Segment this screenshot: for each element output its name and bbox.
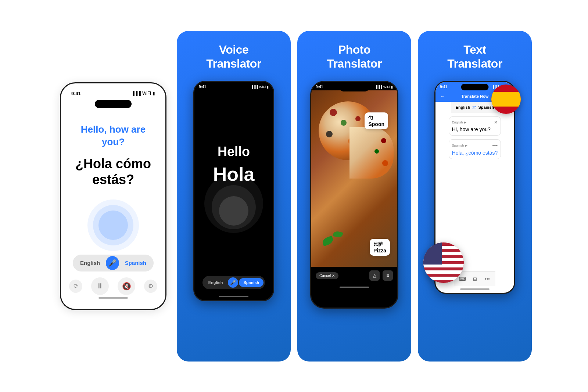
panel-plain-phone: 9:41 ▐▐▐ WiFi ▮ Hello, how are you? ¿Hol… xyxy=(56,31,170,362)
voice-status-icons: ▐▐▐ WiFi ▮ xyxy=(251,85,269,89)
history-icon[interactable]: ⟳ xyxy=(69,280,82,293)
lang-toggle-bar: English 🎤 Spanish xyxy=(73,255,154,271)
voice-status-bar: 9:41 ▐▐▐ WiFi ▮ xyxy=(194,82,273,90)
panel-voice: Voice Translator 9:41 ▐▐▐ WiFi ▮ Hello H… xyxy=(177,31,291,362)
mic-button[interactable]: 🎤 xyxy=(106,256,119,270)
voice-card-title: Voice Translator xyxy=(206,43,261,71)
voice-phone-frame: 9:41 ▐▐▐ WiFi ▮ Hello Hola xyxy=(193,81,274,301)
photo-wifi: WiFi xyxy=(383,85,390,89)
bottom-controls: ⟳ ⏸ 🔇 ⚙ xyxy=(69,277,157,295)
close-btn[interactable]: ✕ xyxy=(494,120,498,125)
english-box: English ▶ ✕ Hi, how are you? xyxy=(449,116,501,136)
settings-icon[interactable]: ⚙ xyxy=(144,280,157,293)
signal-icon: ▐▐▐ xyxy=(131,91,141,96)
voice-dynamic-island xyxy=(221,85,247,91)
photo-time: 9:41 xyxy=(316,85,323,89)
spain-flag-inner xyxy=(491,84,521,114)
panel-text: Text Translator 9:41 ▐▐▐ WiFi ▮ xyxy=(418,31,532,362)
swap-icon[interactable]: ⇄ xyxy=(472,105,476,110)
translation-text-area: Hello, how are you? ¿Hola cómo estás? xyxy=(68,115,158,196)
plain-time: 9:41 xyxy=(71,91,81,96)
photo-dynamic-island xyxy=(340,84,369,91)
spanish-box: Spanish ▶ ••• Hola, ¿cómo estás? xyxy=(449,139,501,159)
translated-text: Hola, ¿cómo estás? xyxy=(452,150,498,156)
text-time: 9:41 xyxy=(440,85,447,89)
text-dynamic-island xyxy=(461,84,489,90)
text-home-bar xyxy=(460,288,490,290)
pizza-slice xyxy=(349,127,394,179)
topping2 xyxy=(341,120,347,126)
us-stripe-5 xyxy=(423,270,464,273)
topping-s1 xyxy=(381,138,386,143)
topping-s2 xyxy=(374,149,379,154)
more-tb-icon[interactable]: ••• xyxy=(483,274,492,283)
pizza-en: Pizza xyxy=(373,248,386,253)
photo-scan-btn[interactable]: △ xyxy=(369,270,380,281)
photo-right-btns: △ ≡ xyxy=(369,270,393,281)
dynamic-island-plain xyxy=(95,100,132,108)
lang-spanish-btn[interactable]: Spanish xyxy=(119,257,152,269)
lang-english-btn[interactable]: English xyxy=(74,257,106,269)
photo-status-icons: ▐▐▐ WiFi ▮ xyxy=(375,85,393,89)
topping3 xyxy=(326,131,333,137)
topping1 xyxy=(330,109,337,116)
cancel-btn[interactable]: Cancel ✕ xyxy=(316,272,338,279)
spoon-zh: 勺 xyxy=(368,115,373,121)
photo-menu-btn[interactable]: ≡ xyxy=(383,270,393,281)
voice-circles xyxy=(204,196,263,233)
battery-icon: ▮ xyxy=(153,91,155,96)
play-icon-en[interactable]: ▶ xyxy=(464,121,466,124)
main-container: 9:41 ▐▐▐ WiFi ▮ Hello, how are you? ¿Hol… xyxy=(0,0,588,392)
circle-ring-3 xyxy=(98,211,128,240)
voice-lang-english[interactable]: English xyxy=(204,278,227,287)
tbox-spanish-header: Spanish ▶ ••• xyxy=(452,143,498,148)
plain-status-icons: ▐▐▐ WiFi ▮ xyxy=(131,91,155,96)
spoon-en: Spoon xyxy=(368,121,384,127)
voice-mic-btn[interactable]: 🎤 xyxy=(228,277,238,288)
more-options-btn[interactable]: ••• xyxy=(492,143,498,148)
voice-time: 9:41 xyxy=(199,85,206,89)
lang-from-label[interactable]: English xyxy=(456,105,470,109)
hello-text: Hello, how are you? xyxy=(72,123,154,148)
topping-s3 xyxy=(382,160,388,166)
us-flag-large xyxy=(423,242,464,283)
plain-status-bar: 9:41 ▐▐▐ WiFi ▮ xyxy=(68,91,158,96)
tbox-english-header: English ▶ ✕ xyxy=(452,120,498,125)
pizza-label-tag: 比萨 Pizza xyxy=(370,239,390,256)
hola-text: ¿Hola cómo estás? xyxy=(72,156,154,187)
wifi-icon: WiFi xyxy=(142,91,151,96)
phone-plain: 9:41 ▐▐▐ WiFi ▮ Hello, how are you? ¿Hol… xyxy=(60,82,166,310)
pizza-zh: 比萨 xyxy=(373,241,383,248)
voice-home-bar xyxy=(219,296,248,297)
voice-bottom-bar: English 🎤 Spanish xyxy=(194,271,273,294)
photo-bottom-bar: Cancel ✕ △ ≡ xyxy=(311,267,397,284)
voice-lang-toggle: English 🎤 Spanish xyxy=(202,276,265,289)
pizza-background: 勺 Spoon 比萨 Pizza xyxy=(311,90,397,267)
tbox-es-label: Spanish ▶ xyxy=(452,144,468,147)
voice-battery: ▮ xyxy=(267,85,269,89)
us-stripe-6 xyxy=(423,277,464,280)
play-icon-es[interactable]: ▶ xyxy=(465,144,467,147)
us-flag-inner xyxy=(423,242,464,283)
mute-icon[interactable]: 🔇 xyxy=(118,277,135,295)
history-tb-icon[interactable]: ⊞ xyxy=(470,274,479,283)
tbox-en-label: English ▶ xyxy=(452,121,467,124)
text-card-title: Text Translator xyxy=(447,43,502,71)
spain-flag-large xyxy=(491,84,521,114)
english-text: Hi, how are you? xyxy=(452,126,498,132)
home-bar-plain xyxy=(98,297,128,299)
back-icon[interactable]: ← xyxy=(440,93,447,99)
photo-home-bar xyxy=(340,287,369,288)
photo-status-bar: 9:41 ▐▐▐ WiFi ▮ xyxy=(311,82,397,90)
voice-wifi: WiFi xyxy=(259,85,266,89)
voice-lang-spanish[interactable]: Spanish xyxy=(239,278,263,287)
photo-battery: ▮ xyxy=(391,85,393,89)
text-phone-wrap: 9:41 ▐▐▐ WiFi ▮ ← Translate Now En xyxy=(434,81,515,294)
us-canton xyxy=(423,242,442,264)
mic-circles xyxy=(87,199,139,251)
voice-signal: ▐▐▐ xyxy=(251,85,258,89)
us-stripe-4 xyxy=(423,264,464,267)
pause-icon[interactable]: ⏸ xyxy=(91,277,109,295)
photo-signal: ▐▐▐ xyxy=(375,85,382,89)
photo-phone-frame: 9:41 ▐▐▐ WiFi ▮ xyxy=(310,81,398,309)
